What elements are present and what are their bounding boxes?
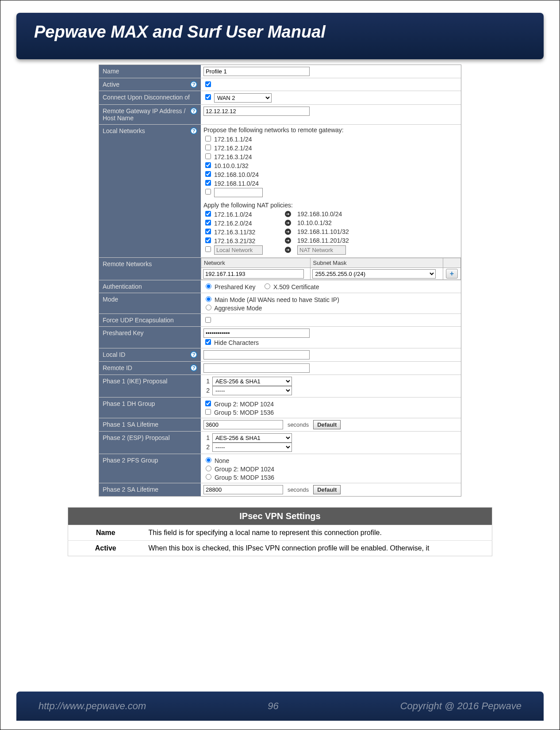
connect-upon-checkbox[interactable] [205, 94, 211, 100]
list-item: 172.16.3.1/24 [203, 152, 458, 161]
mode-option[interactable]: Main Mode (All WANs need to have Static … [203, 296, 339, 303]
phase2-proposal-1[interactable]: AES-256 & SHA1 [212, 433, 292, 443]
field-name: Active [68, 541, 143, 556]
preshared-key-input[interactable] [203, 329, 310, 338]
header-banner: Pepwave MAX and Surf User Manual [16, 13, 544, 59]
field-desc: When this box is checked, this IPsec VPN… [143, 541, 492, 556]
label-local-id: Local ID ? [99, 348, 201, 361]
help-icon[interactable]: ? [190, 351, 197, 358]
nat-checkbox[interactable] [205, 246, 211, 252]
field-name: Name [68, 525, 143, 541]
label-remote-networks: Remote Networks [99, 258, 201, 280]
settings-header: IPsec VPN Settings [68, 508, 492, 525]
list-item [203, 187, 458, 197]
network-checkbox[interactable] [205, 162, 211, 168]
remote-network-input[interactable] [203, 269, 304, 279]
connect-upon-select[interactable]: WAN 2 [214, 93, 272, 103]
default-button[interactable]: Default [313, 485, 341, 494]
phase2-proposal-2[interactable]: ----- [212, 443, 292, 452]
active-checkbox[interactable] [205, 81, 211, 87]
help-icon[interactable]: ? [190, 107, 197, 115]
list-item: 10.10.0.1/32 [203, 161, 458, 169]
arrow-right-icon: ➔ [285, 211, 291, 217]
propose-header: Propose the following networks to remote… [203, 126, 458, 134]
table-row: Name This field is for specifying a loca… [68, 525, 492, 541]
arrow-right-icon: ➔ [285, 220, 291, 226]
network-checkbox[interactable] [205, 145, 211, 150]
label-remote-id: Remote ID ? [99, 362, 201, 375]
list-item: 172.16.1.1/24 [203, 134, 458, 143]
ipsec-settings-table: IPsec VPN Settings Name This field is fo… [68, 507, 492, 556]
nat-row: 172.16.1.0/24➔192.168.10.0/24 [203, 210, 458, 218]
phase1-proposal-1[interactable]: AES-256 & SHA1 [212, 377, 292, 386]
label-phase1-dh: Phase 1 DH Group [99, 397, 201, 418]
label-name: Name [99, 65, 201, 78]
network-checkbox[interactable] [205, 136, 211, 141]
default-button[interactable]: Default [313, 420, 341, 429]
list-item: 192.168.11.0/24 [203, 179, 458, 187]
nat-row: 172.16.3.11/32➔192.168.11.101/32 [203, 227, 458, 236]
label-phase1-sa: Phase 1 SA Lifetime [99, 418, 201, 431]
label-connect-upon: Connect Upon Disconnection of [99, 91, 201, 104]
hide-characters-option[interactable]: Hide Characters [203, 339, 259, 346]
dh-option[interactable]: Group 5: MODP 1536 [203, 409, 274, 416]
nat-row: ➔ [203, 245, 458, 255]
pfs-option[interactable]: None [203, 457, 229, 464]
network-checkbox[interactable] [205, 153, 211, 159]
phase1-proposal-2[interactable]: ----- [212, 386, 292, 395]
add-network-button[interactable]: + [446, 269, 458, 279]
remote-gateway-input[interactable] [203, 107, 310, 116]
custom-network-input[interactable] [214, 188, 263, 197]
help-icon[interactable]: ? [190, 364, 197, 371]
page-number: 96 [268, 700, 278, 712]
arrow-right-icon: ➔ [285, 229, 291, 235]
remote-id-input[interactable] [203, 363, 310, 373]
nat-checkbox[interactable] [205, 229, 211, 234]
nat-checkbox[interactable] [205, 237, 211, 243]
col-subnet: Subnet Mask [310, 258, 443, 268]
force-udp-checkbox[interactable] [205, 317, 211, 323]
label-phase2-pfs: Phase 2 PFS Group [99, 454, 201, 483]
label-preshared: Preshared Key [99, 327, 201, 348]
pfs-option[interactable]: Group 5: MODP 1536 [203, 474, 274, 481]
mode-option[interactable]: Aggressive Mode [203, 305, 262, 312]
document-title: Pepwave MAX and Surf User Manual [34, 23, 526, 42]
network-checkbox[interactable] [205, 189, 211, 195]
dh-option[interactable]: Group 2: MODP 1024 [203, 401, 274, 408]
label-phase2-sa: Phase 2 SA Lifetime [99, 483, 201, 496]
label-force-udp: Force UDP Encapsulation [99, 314, 201, 326]
footer-banner: http://www.pepwave.com 96 Copyright @ 20… [16, 692, 544, 721]
network-checkbox[interactable] [205, 180, 211, 186]
nat-row: 172.16.2.0/24➔10.10.0.1/32 [203, 218, 458, 227]
label-remote-gateway: Remote Gateway IP Address / Host Name ? [99, 105, 201, 124]
help-icon[interactable]: ? [190, 127, 197, 134]
label-authentication: Authentication [99, 280, 201, 293]
col-network: Network [201, 258, 311, 268]
field-desc: This field is for specifying a local nam… [143, 525, 492, 541]
ipsec-form-screenshot: Name Active ? Connect Upon Disconnection… [99, 65, 461, 497]
label-active: Active ? [99, 78, 201, 91]
label-phase1-proposal: Phase 1 (IKE) Proposal [99, 375, 201, 397]
phase1-sa-input[interactable] [203, 420, 283, 429]
phase2-sa-input[interactable] [203, 485, 283, 494]
auth-option[interactable]: Preshared Key [203, 283, 256, 290]
list-item: 172.16.2.1/24 [203, 143, 458, 152]
nat-local-input[interactable] [214, 245, 263, 255]
label-phase2-proposal: Phase 2 (ESP) Proposal [99, 432, 201, 454]
name-input[interactable] [203, 67, 310, 76]
nat-header: Apply the following NAT policies: [203, 202, 458, 209]
list-item: 192.168.10.0/24 [203, 170, 458, 178]
subnet-select[interactable]: 255.255.255.0 (/24) [312, 269, 436, 279]
nat-checkbox[interactable] [205, 211, 211, 217]
local-id-input[interactable] [203, 350, 310, 359]
nat-row: 172.16.3.21/32➔192.168.11.201/32 [203, 236, 458, 245]
help-icon[interactable]: ? [190, 81, 197, 88]
network-checkbox[interactable] [205, 171, 211, 177]
nat-network-input[interactable] [297, 245, 346, 255]
pfs-option[interactable]: Group 2: MODP 1024 [203, 466, 274, 473]
label-local-networks: Local Networks ? [99, 125, 201, 257]
nat-checkbox[interactable] [205, 220, 211, 225]
auth-option[interactable]: X.509 Certificate [262, 283, 319, 290]
label-mode: Mode [99, 293, 201, 313]
footer-copyright: Copyright @ 2016 Pepwave [400, 700, 522, 712]
